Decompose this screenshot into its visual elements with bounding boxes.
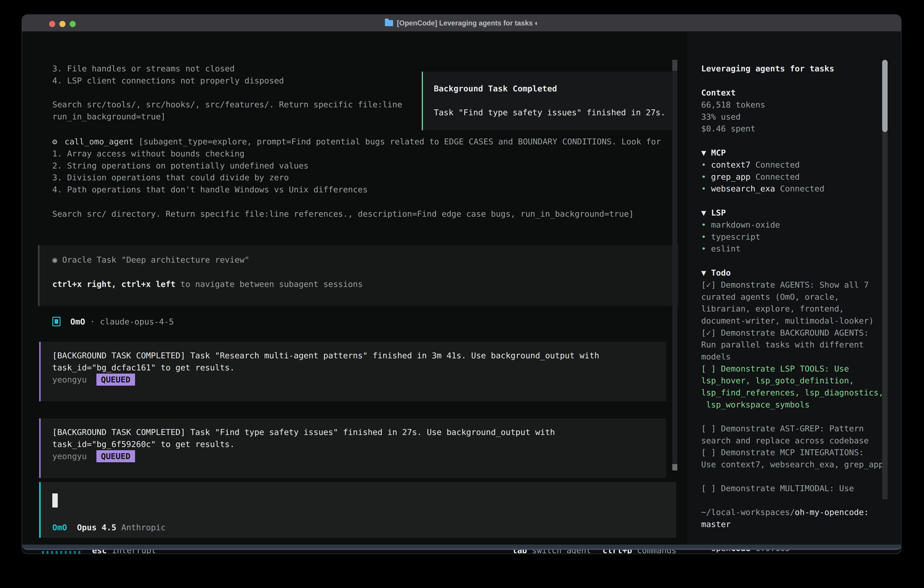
window-titlebar: [OpenCode] Leveraging agents for tasks ◐ <box>22 15 901 31</box>
todo-line: Run parallel tasks with different <box>701 339 864 351</box>
agent-icon <box>52 317 61 326</box>
status-dot-icon: • <box>701 172 711 182</box>
todo-line: [✓] Demonstrate AGENTS: Show all 7 <box>701 279 869 291</box>
spinner-dot <box>51 551 53 554</box>
todo-line: [ ] Demonstrate AST-GREP: Pattern <box>701 423 864 434</box>
todo-line: curated agents (OmO, oracle, <box>701 291 839 303</box>
tool-call-line: ⚙call_omo_agent [subagent_type=explore, … <box>52 135 661 147</box>
chat-line: 4. LSP client connections not properly d… <box>52 74 284 87</box>
todo-line-active: lsp_workspace_symbols <box>701 399 810 411</box>
todo-line-active: [ ] Demonstrate LSP TOOLS: Use <box>701 363 849 375</box>
task-text-line: task_id="bg_6f59260c" to get results. <box>52 438 234 450</box>
spinner-dot <box>46 551 48 554</box>
agent-name: OmO <box>70 317 85 326</box>
input-provider-label: Anthropic <box>116 523 166 532</box>
todo-line: search and replace across codebase <box>701 434 869 447</box>
tool-name: call_omo_agent <box>64 137 134 146</box>
window-footer-bar <box>22 545 901 550</box>
mcp-section-header[interactable]: ▼ MCP <box>701 147 726 159</box>
chat-line: run_in_background=true] <box>52 111 166 122</box>
tool-arg-tail: Search src/ directory. Return specific f… <box>52 208 634 220</box>
todo-line: librarian, explore, frontend, <box>701 303 844 315</box>
agent-model: claude-opus-4-5 <box>100 317 174 326</box>
task-user: yeongyu <box>52 452 87 461</box>
prompt-input[interactable]: OmO Opus 4.5 Anthropic <box>39 482 676 538</box>
toast-body: Task "Find type safety issues" finished … <box>434 106 665 119</box>
tool-arg-line: 1. Array access without bounds checking <box>52 147 244 160</box>
background-task-message: [BACKGROUND TASK COMPLETED] Task "Find t… <box>39 418 666 478</box>
background-task-message: [BACKGROUND TASK COMPLETED] Task "Resear… <box>39 342 666 401</box>
task-text-line: [BACKGROUND TASK COMPLETED] Task "Find t… <box>52 426 555 438</box>
todo-line-active: lsp_hover, lsp_goto_definition, <box>701 375 854 386</box>
input-model-label: Opus 4.5 <box>77 523 116 532</box>
tool-arg-line: 2. String operations on potentially unde… <box>52 160 309 172</box>
todo-line: Use context7, websearch_exa, grep_app <box>701 458 884 471</box>
task-user: yeongyu <box>52 375 87 384</box>
lsp-item: • typescript <box>701 231 760 243</box>
todo-line: [ ] Demonstrate MULTIMODAL: Use <box>701 482 854 494</box>
opencode-window: [OpenCode] Leveraging agents for tasks ◐… <box>21 14 901 554</box>
task-meta: yeongyuQUEUED <box>52 373 135 386</box>
context-spent: $0.46 spent <box>701 122 755 135</box>
workspace-branch: master <box>701 518 731 530</box>
todo-section-header[interactable]: ▼ Todo <box>701 267 731 279</box>
task-meta: yeongyuQUEUED <box>52 450 135 462</box>
sidebar-scrollbar-thumb[interactable] <box>882 60 888 132</box>
task-text-line: [BACKGROUND TASK COMPLETED] Task "Resear… <box>52 350 599 362</box>
session-title: Leveraging agents for tasks <box>701 63 834 74</box>
sidebar-scrollbar-track[interactable] <box>882 132 888 499</box>
spinner-dot <box>42 551 44 554</box>
chat-line: 3. File handles or streams not closed <box>52 63 234 74</box>
task-text-line: task_id="bg_dcfac161" to get results. <box>52 362 234 373</box>
folder-icon <box>385 20 393 26</box>
status-dot-icon: • <box>701 160 711 169</box>
queued-badge: QUEUED <box>96 450 135 462</box>
spinner-dot <box>65 551 67 554</box>
spinner-dot <box>78 551 80 554</box>
context-heading: Context <box>701 87 736 99</box>
tool-args <box>134 137 139 146</box>
chevron-down-icon: ▼ <box>701 148 706 157</box>
oracle-session-box: ◉ Oracle Task "Deep architecture review"… <box>38 245 679 306</box>
todo-line-active: lsp_find_references, lsp_diagnostics, <box>701 386 884 399</box>
lsp-section-header[interactable]: ▼ LSP <box>701 207 726 219</box>
mcp-item: • grep_app Connected <box>701 171 800 183</box>
queued-badge: QUEUED <box>96 373 135 386</box>
tool-arg-line: 4. Path operations that don't handle Win… <box>52 183 368 195</box>
context-used: 33% used <box>701 111 741 123</box>
status-dot-icon: • <box>701 244 711 253</box>
chat-scrollbar-top[interactable] <box>672 60 677 71</box>
status-dot-icon: • <box>701 220 711 230</box>
lsp-item: • markdown-oxide <box>701 219 780 231</box>
todo-line: models <box>701 351 731 363</box>
todo-line: [ ] Demonstrate MCP INTEGRATIONS: <box>701 446 864 458</box>
toast-title: Background Task Completed <box>434 83 557 94</box>
chat-scrollbar-track[interactable] <box>672 71 677 464</box>
oracle-status-icon: ◉ <box>52 255 57 264</box>
context-tokens: 66,518 tokens <box>701 99 765 111</box>
spinner-dot <box>69 551 71 554</box>
chevron-down-icon: ▼ <box>701 268 706 277</box>
window-title: [OpenCode] Leveraging agents for tasks ◐ <box>22 15 901 31</box>
chat-scrollbar-thumb[interactable] <box>672 464 677 471</box>
spinner-dot <box>56 551 58 554</box>
workspace-path: ~/local-workspaces/oh-my-opencode: <box>701 506 869 518</box>
chevron-down-icon: ▼ <box>701 208 706 217</box>
chat-line: Search src/tools/, src/hooks/, src/featu… <box>52 99 402 111</box>
input-agent-label: OmO <box>52 523 67 532</box>
status-dot-icon: • <box>701 184 711 193</box>
gear-icon: ⚙ <box>52 135 64 147</box>
mcp-item: • context7 Connected <box>701 159 800 171</box>
oracle-title: ◉ Oracle Task "Deep architecture review" <box>52 254 249 266</box>
agent-header: OmO · claude-opus-4-5 <box>52 315 174 328</box>
mcp-item: • websearch_exa Connected <box>701 183 824 195</box>
todo-line: [✓] Demonstrate BACKGROUND AGENTS: <box>701 327 869 339</box>
oracle-hint: ctrl+x right, ctrl+x left to navigate be… <box>52 278 363 290</box>
status-dot-icon: • <box>701 232 711 241</box>
desktop: [OpenCode] Leveraging agents for tasks ◐… <box>0 0 924 588</box>
terminal-content: 3. File handles or streams not closed 4.… <box>22 32 901 550</box>
spinner-dot <box>60 551 62 554</box>
lsp-item: • eslint <box>701 243 741 255</box>
tool-arg-line: 3. Division operations that could divide… <box>52 172 289 183</box>
text-cursor <box>52 494 58 507</box>
